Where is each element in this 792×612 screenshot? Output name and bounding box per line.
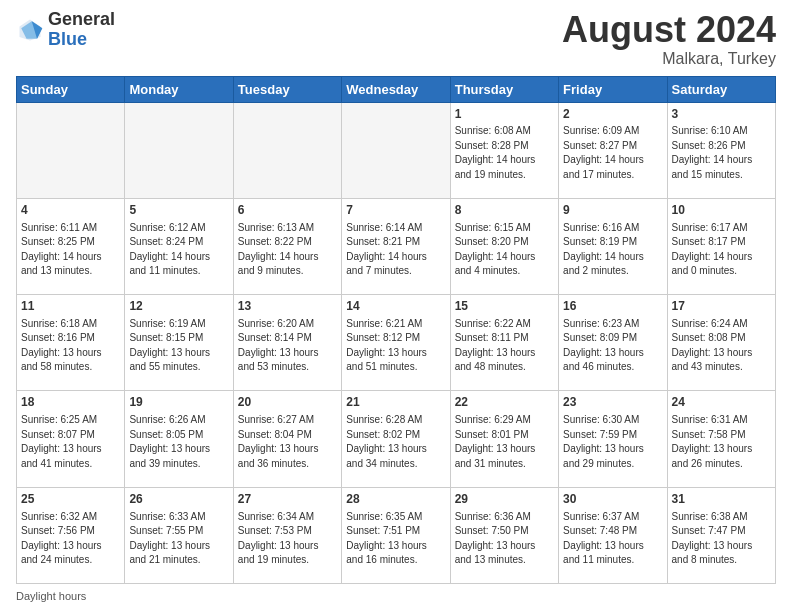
day-info: Sunrise: 6:08 AM Sunset: 8:28 PM Dayligh… bbox=[455, 124, 554, 182]
day-number: 1 bbox=[455, 106, 554, 123]
calendar-cell: 12Sunrise: 6:19 AM Sunset: 8:15 PM Dayli… bbox=[125, 295, 233, 391]
col-monday: Monday bbox=[125, 76, 233, 102]
calendar-cell bbox=[233, 102, 341, 198]
calendar-cell: 19Sunrise: 6:26 AM Sunset: 8:05 PM Dayli… bbox=[125, 391, 233, 487]
calendar-cell: 17Sunrise: 6:24 AM Sunset: 8:08 PM Dayli… bbox=[667, 295, 775, 391]
calendar-cell: 13Sunrise: 6:20 AM Sunset: 8:14 PM Dayli… bbox=[233, 295, 341, 391]
page: General Blue August 2024 Malkara, Turkey… bbox=[0, 0, 792, 612]
day-number: 22 bbox=[455, 394, 554, 411]
day-number: 7 bbox=[346, 202, 445, 219]
day-info: Sunrise: 6:18 AM Sunset: 8:16 PM Dayligh… bbox=[21, 317, 120, 375]
day-number: 5 bbox=[129, 202, 228, 219]
day-info: Sunrise: 6:23 AM Sunset: 8:09 PM Dayligh… bbox=[563, 317, 662, 375]
day-info: Sunrise: 6:32 AM Sunset: 7:56 PM Dayligh… bbox=[21, 510, 120, 568]
day-info: Sunrise: 6:33 AM Sunset: 7:55 PM Dayligh… bbox=[129, 510, 228, 568]
day-info: Sunrise: 6:25 AM Sunset: 8:07 PM Dayligh… bbox=[21, 413, 120, 471]
calendar-cell: 7Sunrise: 6:14 AM Sunset: 8:21 PM Daylig… bbox=[342, 198, 450, 294]
day-number: 19 bbox=[129, 394, 228, 411]
calendar-week-1: 1Sunrise: 6:08 AM Sunset: 8:28 PM Daylig… bbox=[17, 102, 776, 198]
day-number: 16 bbox=[563, 298, 662, 315]
logo-icon bbox=[16, 16, 44, 44]
calendar-week-3: 11Sunrise: 6:18 AM Sunset: 8:16 PM Dayli… bbox=[17, 295, 776, 391]
calendar-cell: 16Sunrise: 6:23 AM Sunset: 8:09 PM Dayli… bbox=[559, 295, 667, 391]
col-friday: Friday bbox=[559, 76, 667, 102]
day-number: 26 bbox=[129, 491, 228, 508]
day-number: 2 bbox=[563, 106, 662, 123]
calendar-week-2: 4Sunrise: 6:11 AM Sunset: 8:25 PM Daylig… bbox=[17, 198, 776, 294]
day-number: 24 bbox=[672, 394, 771, 411]
day-info: Sunrise: 6:20 AM Sunset: 8:14 PM Dayligh… bbox=[238, 317, 337, 375]
calendar-cell: 10Sunrise: 6:17 AM Sunset: 8:17 PM Dayli… bbox=[667, 198, 775, 294]
day-info: Sunrise: 6:11 AM Sunset: 8:25 PM Dayligh… bbox=[21, 221, 120, 279]
calendar-cell: 8Sunrise: 6:15 AM Sunset: 8:20 PM Daylig… bbox=[450, 198, 558, 294]
calendar-cell: 3Sunrise: 6:10 AM Sunset: 8:26 PM Daylig… bbox=[667, 102, 775, 198]
calendar-cell bbox=[17, 102, 125, 198]
calendar-cell: 2Sunrise: 6:09 AM Sunset: 8:27 PM Daylig… bbox=[559, 102, 667, 198]
calendar-cell: 5Sunrise: 6:12 AM Sunset: 8:24 PM Daylig… bbox=[125, 198, 233, 294]
day-number: 25 bbox=[21, 491, 120, 508]
calendar-week-5: 25Sunrise: 6:32 AM Sunset: 7:56 PM Dayli… bbox=[17, 487, 776, 583]
calendar-cell: 9Sunrise: 6:16 AM Sunset: 8:19 PM Daylig… bbox=[559, 198, 667, 294]
day-info: Sunrise: 6:16 AM Sunset: 8:19 PM Dayligh… bbox=[563, 221, 662, 279]
calendar-cell: 30Sunrise: 6:37 AM Sunset: 7:48 PM Dayli… bbox=[559, 487, 667, 583]
calendar-cell: 25Sunrise: 6:32 AM Sunset: 7:56 PM Dayli… bbox=[17, 487, 125, 583]
day-number: 14 bbox=[346, 298, 445, 315]
day-number: 23 bbox=[563, 394, 662, 411]
calendar-cell: 22Sunrise: 6:29 AM Sunset: 8:01 PM Dayli… bbox=[450, 391, 558, 487]
day-info: Sunrise: 6:19 AM Sunset: 8:15 PM Dayligh… bbox=[129, 317, 228, 375]
day-number: 6 bbox=[238, 202, 337, 219]
day-number: 4 bbox=[21, 202, 120, 219]
day-info: Sunrise: 6:22 AM Sunset: 8:11 PM Dayligh… bbox=[455, 317, 554, 375]
month-title: August 2024 bbox=[562, 10, 776, 50]
footer: Daylight hours bbox=[16, 590, 776, 602]
day-info: Sunrise: 6:13 AM Sunset: 8:22 PM Dayligh… bbox=[238, 221, 337, 279]
day-info: Sunrise: 6:38 AM Sunset: 7:47 PM Dayligh… bbox=[672, 510, 771, 568]
day-info: Sunrise: 6:12 AM Sunset: 8:24 PM Dayligh… bbox=[129, 221, 228, 279]
calendar-cell: 24Sunrise: 6:31 AM Sunset: 7:58 PM Dayli… bbox=[667, 391, 775, 487]
day-number: 9 bbox=[563, 202, 662, 219]
day-info: Sunrise: 6:14 AM Sunset: 8:21 PM Dayligh… bbox=[346, 221, 445, 279]
day-info: Sunrise: 6:31 AM Sunset: 7:58 PM Dayligh… bbox=[672, 413, 771, 471]
calendar-cell: 11Sunrise: 6:18 AM Sunset: 8:16 PM Dayli… bbox=[17, 295, 125, 391]
day-info: Sunrise: 6:30 AM Sunset: 7:59 PM Dayligh… bbox=[563, 413, 662, 471]
calendar-table: Sunday Monday Tuesday Wednesday Thursday… bbox=[16, 76, 776, 584]
day-info: Sunrise: 6:35 AM Sunset: 7:51 PM Dayligh… bbox=[346, 510, 445, 568]
calendar-cell: 29Sunrise: 6:36 AM Sunset: 7:50 PM Dayli… bbox=[450, 487, 558, 583]
calendar-cell bbox=[342, 102, 450, 198]
day-number: 11 bbox=[21, 298, 120, 315]
calendar-cell: 20Sunrise: 6:27 AM Sunset: 8:04 PM Dayli… bbox=[233, 391, 341, 487]
location: Malkara, Turkey bbox=[562, 50, 776, 68]
title-section: August 2024 Malkara, Turkey bbox=[562, 10, 776, 68]
day-number: 21 bbox=[346, 394, 445, 411]
day-info: Sunrise: 6:27 AM Sunset: 8:04 PM Dayligh… bbox=[238, 413, 337, 471]
logo-text: General Blue bbox=[48, 10, 115, 50]
logo-general: General bbox=[48, 10, 115, 30]
day-info: Sunrise: 6:21 AM Sunset: 8:12 PM Dayligh… bbox=[346, 317, 445, 375]
calendar-cell: 28Sunrise: 6:35 AM Sunset: 7:51 PM Dayli… bbox=[342, 487, 450, 583]
day-info: Sunrise: 6:26 AM Sunset: 8:05 PM Dayligh… bbox=[129, 413, 228, 471]
calendar-week-4: 18Sunrise: 6:25 AM Sunset: 8:07 PM Dayli… bbox=[17, 391, 776, 487]
day-info: Sunrise: 6:37 AM Sunset: 7:48 PM Dayligh… bbox=[563, 510, 662, 568]
calendar-cell: 14Sunrise: 6:21 AM Sunset: 8:12 PM Dayli… bbox=[342, 295, 450, 391]
day-info: Sunrise: 6:34 AM Sunset: 7:53 PM Dayligh… bbox=[238, 510, 337, 568]
col-wednesday: Wednesday bbox=[342, 76, 450, 102]
day-number: 10 bbox=[672, 202, 771, 219]
calendar-cell: 4Sunrise: 6:11 AM Sunset: 8:25 PM Daylig… bbox=[17, 198, 125, 294]
day-info: Sunrise: 6:17 AM Sunset: 8:17 PM Dayligh… bbox=[672, 221, 771, 279]
calendar-cell: 31Sunrise: 6:38 AM Sunset: 7:47 PM Dayli… bbox=[667, 487, 775, 583]
col-sunday: Sunday bbox=[17, 76, 125, 102]
calendar-cell: 23Sunrise: 6:30 AM Sunset: 7:59 PM Dayli… bbox=[559, 391, 667, 487]
day-number: 13 bbox=[238, 298, 337, 315]
day-number: 8 bbox=[455, 202, 554, 219]
day-number: 15 bbox=[455, 298, 554, 315]
calendar-cell bbox=[125, 102, 233, 198]
calendar-cell: 21Sunrise: 6:28 AM Sunset: 8:02 PM Dayli… bbox=[342, 391, 450, 487]
calendar-cell: 27Sunrise: 6:34 AM Sunset: 7:53 PM Dayli… bbox=[233, 487, 341, 583]
calendar-cell: 15Sunrise: 6:22 AM Sunset: 8:11 PM Dayli… bbox=[450, 295, 558, 391]
calendar-cell: 26Sunrise: 6:33 AM Sunset: 7:55 PM Dayli… bbox=[125, 487, 233, 583]
day-number: 3 bbox=[672, 106, 771, 123]
day-number: 30 bbox=[563, 491, 662, 508]
day-number: 27 bbox=[238, 491, 337, 508]
day-info: Sunrise: 6:09 AM Sunset: 8:27 PM Dayligh… bbox=[563, 124, 662, 182]
logo: General Blue bbox=[16, 10, 115, 50]
